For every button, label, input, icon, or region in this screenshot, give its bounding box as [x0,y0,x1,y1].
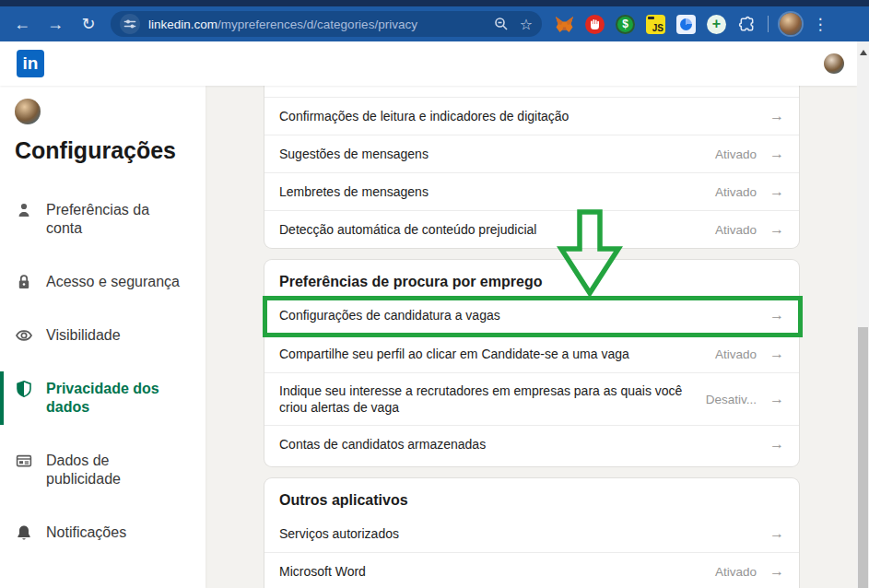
sidebar-item-account-preferences[interactable]: Preferências da conta [15,201,191,238]
dollar-rewards-icon[interactable]: $ [616,15,635,34]
setting-label: Detecção automática de conteúdo prejudic… [279,221,715,238]
browser-toolbar: ← → ↻ linkedin.com/mypreferences/d/categ… [0,6,869,41]
javascript-toggle-icon[interactable]: JS [646,15,665,34]
scrollbar-thumb[interactable] [858,327,868,588]
extensions-row: $ JS + [555,15,757,34]
chevron-right-icon: → [769,525,784,542]
setting-row-microsoft-word[interactable]: Microsoft Word Ativado → [264,552,799,588]
setting-status: Ativado [715,147,757,161]
setting-label: Compartilhe seu perfil ao clicar em Cand… [279,346,715,362]
chevron-right-icon: → [769,221,784,238]
sidebar-item-notifications[interactable]: Notificações [15,523,191,542]
chevron-right-icon: → [769,563,784,580]
setting-status: Ativado [715,565,757,579]
toolbar-divider [768,16,769,32]
address-bar[interactable]: linkedin.com/mypreferences/d/categories/… [111,11,542,37]
setting-label: Configurações de candidatura a vagas [279,307,769,323]
chevron-right-icon: → [769,346,784,362]
linkedin-header: in [0,41,857,86]
setting-status: Ativado [715,185,757,199]
setting-status: Desativ... [706,393,757,406]
pie-chart-icon[interactable] [676,15,696,34]
plus-glyph: + [707,15,726,34]
sidebar-item-visibility[interactable]: Visibilidade [15,326,191,345]
setting-label: Contas de candidatos armazenadas [279,436,769,453]
bookmark-star-icon[interactable]: ☆ [520,16,533,33]
browser-chrome: ← → ↻ linkedin.com/mypreferences/d/categ… [0,0,869,41]
chevron-right-icon: → [769,183,784,200]
sidebar-item-advertising-data[interactable]: Dados de publicidade [15,452,191,488]
setting-row-message-reminders[interactable]: Lembretes de mensagens Ativado → [264,172,799,210]
person-icon [15,201,33,219]
sidebar-menu: Preferências da conta Acesso e segurança… [15,201,191,542]
browser-profile-avatar[interactable] [780,13,802,35]
bell-icon [15,523,33,542]
linkedin-logo[interactable]: in [17,50,44,77]
setting-row-signal-interest-recruiters[interactable]: Indique seu interesse a recrutadores em … [264,372,799,425]
scroll-up-arrow[interactable] [860,50,867,55]
sidebar-item-label: Privacidade dos dados [46,380,184,417]
metamask-icon[interactable] [555,15,574,34]
sidebar-item-label: Acesso e segurança [46,273,180,291]
chevron-right-icon: → [769,146,784,162]
ad-data-icon [15,452,33,470]
add-new-icon[interactable]: + [707,15,726,34]
section-heading: Preferências de procura por emprego [264,260,799,296]
setting-status: Ativado [715,347,757,361]
setting-row-share-profile-on-apply[interactable]: Compartilhe seu perfil ao clicar em Cand… [264,335,799,372]
job-seeking-preferences-card: Preferências de procura por emprego Conf… [264,260,799,466]
setting-label: Confirmações de leitura e indicadores de… [279,108,769,124]
setting-status: Ativado [715,223,757,237]
extensions-puzzle-icon[interactable] [737,15,757,34]
sidebar-item-security[interactable]: Acesso e segurança [15,273,191,291]
setting-label: Lembretes de mensagens [279,183,715,200]
messaging-settings-card: Confirmações de leitura e indicadores de… [264,86,799,248]
setting-row-read-receipts[interactable]: Confirmações de leitura e indicadores de… [264,97,799,135]
setting-label: Sugestões de mensagens [279,146,715,162]
settings-sidebar: Configurações Preferências da conta Aces… [0,86,206,588]
chevron-right-icon: → [769,307,784,323]
dollar-glyph: $ [616,15,635,34]
page-scrollbar[interactable] [857,41,869,588]
sidebar-item-label: Preferências da conta [46,201,184,238]
header-profile-avatar[interactable] [824,53,844,74]
browser-menu-icon[interactable]: ⋮ [811,15,829,34]
section-heading: Outros aplicativos [264,478,799,514]
sidebar-item-data-privacy[interactable]: Privacidade dos dados [15,380,191,417]
page-title: Configurações [15,137,191,164]
setting-row-authorized-services[interactable]: Serviços autorizados → [264,514,799,552]
site-info-icon[interactable] [120,14,140,34]
settings-content: Confirmações de leitura e indicadores de… [206,86,857,588]
chevron-right-icon: → [769,108,784,124]
setting-label: Serviços autorizados [279,525,769,542]
setting-label: Indique seu interesse a recrutadores em … [279,382,706,416]
forward-button[interactable]: → [39,6,72,41]
sidebar-avatar[interactable] [15,99,41,124]
chevron-right-icon: → [769,391,784,407]
setting-row-harmful-content-detection[interactable]: Detecção automática de conteúdo prejudic… [264,210,799,248]
chevron-right-icon: → [769,436,784,453]
js-glyph: JS [652,23,663,33]
url-path: /mypreferences/d/categories/privacy [217,18,417,31]
url-text: linkedin.com/mypreferences/d/categories/… [148,18,483,31]
tab-strip [0,0,869,6]
shield-icon [15,380,33,398]
setting-row-stored-applicant-accounts[interactable]: Contas de candidatos armazenadas → [264,425,799,463]
sidebar-item-label: Dados de publicidade [46,452,184,488]
hand-blocker-icon[interactable] [585,15,605,34]
sidebar-item-label: Notificações [46,523,126,542]
other-apps-card: Outros aplicativos Serviços autorizados … [264,478,799,588]
eye-icon [15,326,33,345]
url-domain: linkedin.com [148,18,217,31]
lock-icon [15,273,33,291]
reload-button[interactable]: ↻ [72,6,105,41]
sidebar-item-label: Visibilidade [46,326,121,345]
partial-row [264,86,799,97]
back-button[interactable]: ← [6,6,39,41]
setting-row-message-suggestions[interactable]: Sugestões de mensagens Ativado → [264,135,799,172]
setting-label: Microsoft Word [279,563,715,580]
setting-row-job-application-settings[interactable]: Configurações de candidatura a vagas → [264,296,799,335]
zoom-icon[interactable] [494,17,509,31]
